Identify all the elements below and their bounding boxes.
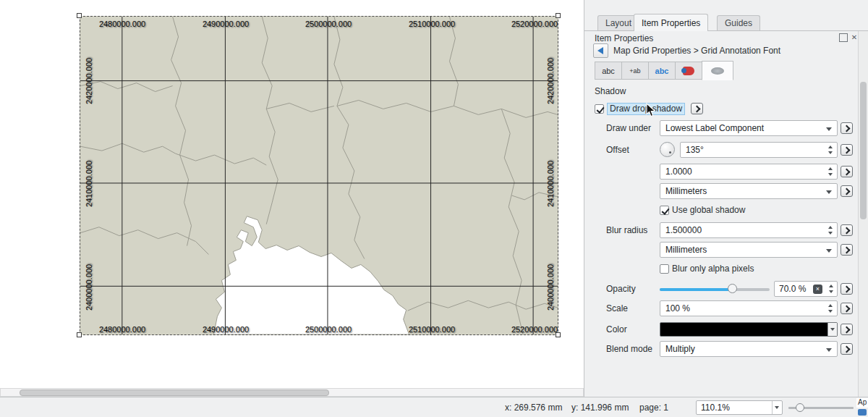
clear-value-icon[interactable]: ×	[813, 285, 822, 294]
data-defined-override-icon[interactable]	[841, 144, 853, 156]
draw-under-label: Draw under	[606, 120, 651, 136]
draw-under-select[interactable]: Lowest Label Component	[660, 120, 838, 136]
data-defined-override-icon[interactable]	[841, 244, 853, 256]
shadow-color-button[interactable]	[660, 322, 838, 337]
offset-label: Offset	[606, 142, 629, 158]
data-defined-override-icon[interactable]	[841, 122, 853, 134]
back-button[interactable]	[593, 43, 608, 58]
item-properties-panel: Layout Item Properties Guides Item Prope…	[584, 0, 868, 397]
blur-alpha-checkbox[interactable]	[660, 264, 669, 274]
buffer-tab-icon: abc	[655, 67, 669, 75]
blend-mode-select[interactable]: Multiply	[660, 341, 838, 357]
blur-radius-spinbox[interactable]: 1.500000	[660, 222, 838, 238]
corner-fragment: Ap	[856, 398, 868, 408]
color-label: Color	[606, 321, 627, 337]
grid-label-bottom: 2490000.000	[203, 325, 249, 334]
selection-handle[interactable]	[556, 13, 561, 18]
grid-label-top: 2480000.000	[99, 20, 145, 28]
grid-label-top: 2490000.000	[203, 20, 249, 28]
cursor-y-readout: y: 141.996 mm	[571, 403, 629, 413]
mouse-cursor	[646, 103, 655, 119]
grid-label-right: 2400000.000	[546, 264, 555, 311]
offset-distance-spinbox[interactable]: 1.0000	[660, 164, 838, 180]
data-defined-override-icon[interactable]	[841, 185, 853, 197]
shadow-tab-icon	[711, 67, 724, 75]
opacity-spinbox[interactable]: 70.0 %×	[774, 281, 838, 297]
tabbar-baseline	[584, 30, 868, 31]
text-tab-icon: abc	[602, 67, 615, 75]
formatting-tab-icon: +ab	[629, 67, 640, 75]
draw-drop-shadow-checkbox[interactable]	[595, 104, 604, 114]
panel-scrollbar-thumb[interactable]	[860, 82, 867, 219]
grid-label-bottom: 2480000.000	[99, 325, 145, 334]
shadow-section-title: Shadow	[595, 86, 626, 96]
selection-handle[interactable]	[556, 332, 561, 337]
opacity-label: Opacity	[606, 281, 636, 297]
zoom-level-value: 110.1%	[701, 403, 730, 413]
zoom-level-combo[interactable]: 110.1%	[696, 400, 783, 415]
offset-angle-dial[interactable]	[660, 142, 675, 157]
font-tab-shadow[interactable]	[702, 61, 733, 80]
zoom-slider-thumb[interactable]	[796, 403, 804, 412]
data-defined-override-icon[interactable]	[841, 303, 853, 314]
panel-scrollbar[interactable]	[858, 31, 868, 397]
layout-canvas[interactable]: 2480000.000 2490000.000 2500000.000 2510…	[0, 0, 584, 397]
blur-units-select[interactable]: Millimeters	[660, 242, 838, 258]
grid-label-top: 2510000.000	[409, 20, 455, 28]
blur-radius-label: Blur radius	[606, 222, 647, 238]
grid-label-top: 2500000.000	[305, 20, 352, 28]
font-tab-formatting[interactable]: +ab	[621, 62, 649, 80]
opacity-slider[interactable]	[660, 288, 770, 291]
tab-guides[interactable]: Guides	[717, 15, 760, 31]
map-item[interactable]: 2480000.000 2490000.000 2500000.000 2510…	[80, 16, 558, 335]
chevron-down-icon	[772, 401, 782, 414]
page-readout: page: 1	[639, 403, 668, 413]
use-global-shadow-checkbox[interactable]	[660, 206, 669, 215]
cursor-x-readout: x: 269.576 mm	[505, 403, 562, 413]
background-tab-icon	[683, 67, 694, 75]
status-bar: x: 269.576 mm y: 141.996 mm page: 1 110.…	[0, 397, 868, 417]
grid-label-top: 2520000.000	[511, 20, 558, 28]
grid-label-right: 2410000.000	[546, 161, 555, 207]
grid-label-left: 2410000.000	[85, 161, 93, 207]
selection-handle[interactable]	[77, 332, 82, 337]
scale-spinbox[interactable]: 100 %	[660, 300, 838, 316]
blur-alpha-label[interactable]: Blur only alpha pixels	[672, 264, 754, 274]
float-panel-icon[interactable]	[839, 33, 848, 42]
grid-label-bottom: 2520000.000	[511, 325, 558, 334]
data-defined-override-icon[interactable]	[841, 166, 853, 177]
grid-label-left: 2420000.000	[85, 58, 93, 104]
data-defined-override-icon[interactable]	[691, 103, 703, 114]
data-defined-override-icon[interactable]	[841, 324, 853, 335]
use-global-shadow-label[interactable]: Use global shadow	[672, 205, 745, 216]
opacity-slider-thumb[interactable]	[728, 284, 737, 293]
opacity-value: 70.0 %	[779, 284, 806, 294]
map-render	[80, 17, 558, 334]
color-dropdown-icon[interactable]	[827, 323, 837, 336]
opacity-slider-fill	[660, 288, 736, 291]
offset-units-select[interactable]: Millimeters	[660, 183, 838, 199]
data-defined-override-icon[interactable]	[841, 343, 853, 355]
panel-title: Item Properties	[595, 33, 653, 43]
font-tab-background[interactable]	[675, 62, 702, 80]
font-tab-buffer[interactable]: abc	[648, 62, 676, 80]
scale-label: Scale	[606, 300, 628, 316]
selection-handle[interactable]	[77, 13, 82, 18]
canvas-horizontal-scrollbar[interactable]	[0, 388, 584, 397]
canvas-scrollbar-thumb[interactable]	[20, 389, 329, 396]
font-tab-text[interactable]: abc	[595, 62, 622, 80]
grid-label-right: 2420000.000	[546, 58, 555, 104]
data-defined-override-icon[interactable]	[841, 224, 853, 236]
grid-label-bottom: 2510000.000	[409, 325, 455, 334]
grid-label-bottom: 2500000.000	[305, 325, 352, 334]
blend-mode-label: Blend mode	[606, 341, 652, 357]
data-defined-override-icon[interactable]	[841, 283, 853, 295]
tab-item-properties[interactable]: Item Properties	[634, 14, 708, 31]
breadcrumb: Map Grid Properties > Grid Annotation Fo…	[613, 46, 780, 56]
grid-label-left: 2400000.000	[85, 264, 93, 311]
zoom-tool-icon	[858, 409, 867, 416]
offset-angle-spinbox[interactable]: 135°	[680, 142, 838, 158]
